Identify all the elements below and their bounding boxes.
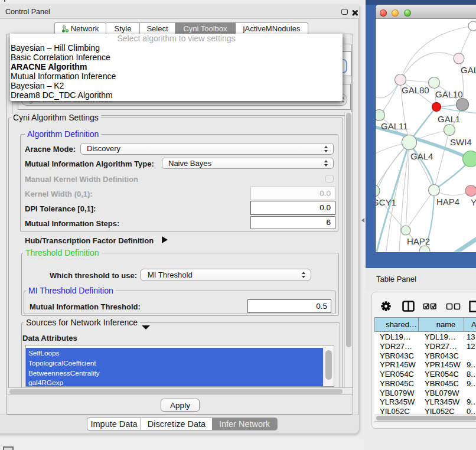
svg-text:HAP2: HAP2 — [407, 236, 430, 246]
svg-text:GCY1: GCY1 — [376, 197, 396, 207]
svg-text:YD: YD — [471, 197, 476, 207]
svg-text:GAL11: GAL11 — [381, 121, 408, 131]
svg-text:GAL10: GAL10 — [435, 89, 463, 99]
svg-text:SWI4: SWI4 — [450, 137, 472, 147]
svg-text:HAP4: HAP4 — [436, 197, 459, 207]
svg-text:GAL4: GAL4 — [410, 151, 433, 161]
svg-text:GAL1: GAL1 — [438, 114, 460, 124]
svg-text:GAL80: GAL80 — [402, 85, 429, 95]
svg-text:GAL7: GAL7 — [461, 65, 476, 75]
